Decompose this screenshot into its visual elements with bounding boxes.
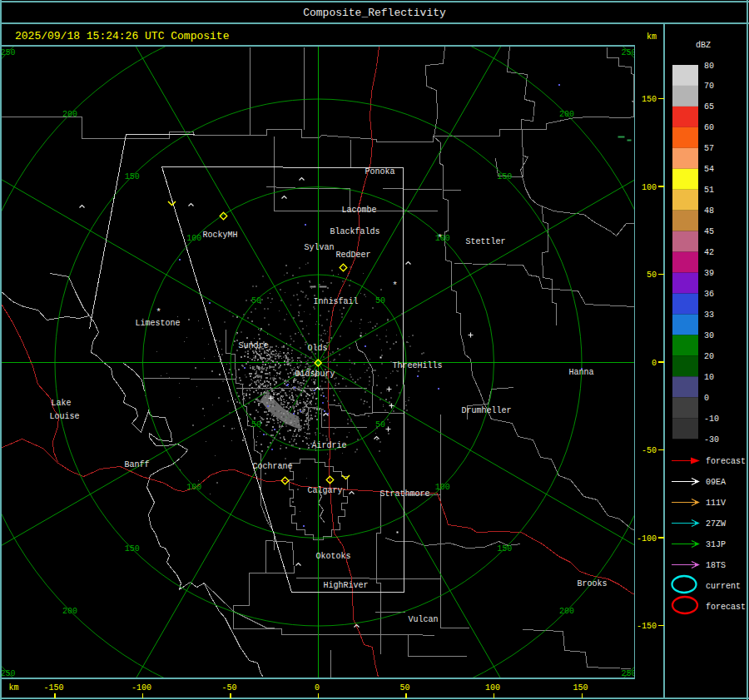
svg-text:-50: -50 <box>642 446 657 455</box>
svg-text:Stettler: Stettler <box>465 237 505 246</box>
svg-text:200: 200 <box>62 110 77 119</box>
svg-text:RockyMH: RockyMH <box>202 231 237 240</box>
svg-text:39: 39 <box>704 269 714 278</box>
svg-text:50: 50 <box>251 296 261 305</box>
svg-text:31JP: 31JP <box>706 540 726 549</box>
svg-text:100: 100 <box>435 483 450 492</box>
svg-text:Calgary: Calgary <box>307 486 342 495</box>
svg-text:forecast: forecast <box>706 603 746 612</box>
svg-text:50: 50 <box>375 296 385 305</box>
svg-text:HighRiver: HighRiver <box>323 581 368 590</box>
svg-text:Drumheller: Drumheller <box>461 406 511 415</box>
svg-text:65: 65 <box>704 102 714 112</box>
svg-text:150: 150 <box>125 544 140 554</box>
svg-text:-150: -150 <box>43 683 63 693</box>
svg-text:Brooks: Brooks <box>577 579 607 588</box>
svg-text:*: * <box>156 307 161 317</box>
svg-text:-100: -100 <box>637 534 657 544</box>
svg-text:50: 50 <box>375 420 385 429</box>
svg-text:Innisfail: Innisfail <box>313 297 358 306</box>
svg-text:150: 150 <box>573 683 588 693</box>
svg-text:-50: -50 <box>221 683 236 693</box>
svg-text:0: 0 <box>315 683 320 693</box>
svg-text:50: 50 <box>647 271 657 280</box>
svg-text:Composite_Reflectivity: Composite_Reflectivity <box>303 7 446 19</box>
svg-text:Vulcan: Vulcan <box>408 615 438 624</box>
svg-text:200: 200 <box>559 110 574 119</box>
svg-text:2025/09/18 15:24:26 UTC Compos: 2025/09/18 15:24:26 UTC Composite <box>15 30 229 42</box>
svg-text:100: 100 <box>485 683 500 693</box>
svg-text:50: 50 <box>251 420 261 429</box>
svg-text:forecast: forecast <box>706 457 746 466</box>
svg-text:Ponoka: Ponoka <box>365 167 394 176</box>
svg-text:33: 33 <box>704 310 714 320</box>
svg-text:Strathmore: Strathmore <box>379 489 429 499</box>
svg-text:200: 200 <box>559 607 574 616</box>
svg-text:111V: 111V <box>706 499 726 508</box>
svg-text:42: 42 <box>704 248 714 257</box>
svg-text:57: 57 <box>704 144 714 153</box>
svg-text:20: 20 <box>704 352 714 361</box>
svg-text:18TS: 18TS <box>706 561 726 570</box>
svg-text:ThreeHills: ThreeHills <box>392 361 442 370</box>
svg-text:Limestone: Limestone <box>135 319 180 328</box>
svg-text:80: 80 <box>704 62 714 71</box>
svg-text:Sundre: Sundre <box>238 341 268 350</box>
svg-text:Airdrie: Airdrie <box>311 441 346 450</box>
svg-text:km: km <box>647 32 657 42</box>
svg-text:Sylvan: Sylvan <box>304 243 334 252</box>
svg-text:*: * <box>392 280 398 290</box>
svg-text:100: 100 <box>642 183 657 192</box>
svg-text:250: 250 <box>0 669 15 678</box>
svg-text:09EA: 09EA <box>706 478 726 487</box>
svg-text:km: km <box>8 683 18 693</box>
svg-text:200: 200 <box>62 607 77 616</box>
svg-text:100: 100 <box>186 234 201 243</box>
svg-text:27ZW: 27ZW <box>706 519 726 529</box>
svg-text:30: 30 <box>704 331 714 340</box>
svg-text:Hanna: Hanna <box>568 368 593 377</box>
svg-text:100: 100 <box>186 483 201 492</box>
svg-text:70: 70 <box>704 82 714 91</box>
svg-text:dBZ: dBZ <box>696 41 711 50</box>
svg-text:54: 54 <box>704 165 714 174</box>
svg-text:Olds: Olds <box>307 344 327 353</box>
svg-text:51: 51 <box>704 186 714 195</box>
svg-text:Blackfalds: Blackfalds <box>330 227 379 236</box>
svg-text:-30: -30 <box>704 435 719 444</box>
svg-text:150: 150 <box>497 172 512 181</box>
svg-text:*: * <box>437 233 443 243</box>
svg-text:Lacombe: Lacombe <box>341 206 376 215</box>
svg-text:250: 250 <box>0 48 15 57</box>
svg-text:150: 150 <box>642 95 657 104</box>
svg-text:45: 45 <box>704 227 714 236</box>
svg-text:RedDeer: RedDeer <box>335 251 370 260</box>
svg-text:150: 150 <box>497 544 512 554</box>
svg-text:50: 50 <box>399 683 409 693</box>
svg-text:-100: -100 <box>131 683 151 693</box>
svg-text:60: 60 <box>704 123 714 132</box>
svg-text:current: current <box>706 582 741 591</box>
svg-text:Cochrane: Cochrane <box>252 462 292 471</box>
svg-text:-150: -150 <box>637 622 657 631</box>
svg-text:0: 0 <box>652 359 657 368</box>
svg-text:150: 150 <box>125 172 140 181</box>
svg-text:Banff: Banff <box>124 460 149 469</box>
svg-text:Lake: Lake <box>51 399 71 408</box>
svg-text:10: 10 <box>704 373 714 382</box>
svg-text:0: 0 <box>704 394 709 403</box>
svg-text:Didsbury: Didsbury <box>295 370 335 379</box>
svg-text:48: 48 <box>704 206 714 216</box>
svg-text:Okotoks: Okotoks <box>315 552 350 561</box>
svg-text:Louise: Louise <box>49 412 79 421</box>
svg-text:-10: -10 <box>704 415 719 424</box>
svg-text:36: 36 <box>704 290 714 299</box>
